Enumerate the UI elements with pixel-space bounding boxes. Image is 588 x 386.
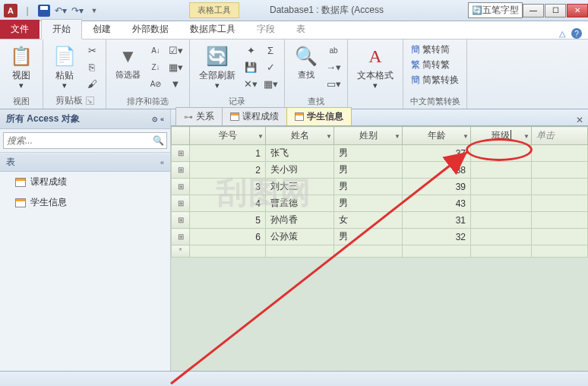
new-record-button[interactable]: ✦ — [243, 43, 258, 58]
doc-tab-student-info[interactable]: 学生信息 — [286, 107, 352, 125]
tab-home[interactable]: 开始 — [41, 19, 82, 40]
table-row[interactable]: ⊞ 1 张飞 男 37 — [172, 145, 588, 162]
cell-id[interactable]: 4 — [190, 195, 266, 212]
column-header-class[interactable]: 班级▼ — [471, 127, 532, 145]
simp-to-trad-button[interactable]: 繁简转繁 — [409, 58, 460, 72]
toggle-filter-button[interactable]: ▼ — [168, 76, 183, 91]
minimize-button[interactable]: — — [523, 4, 544, 17]
row-selector[interactable]: ⊞ — [172, 212, 190, 229]
cell-class[interactable] — [471, 212, 532, 229]
add-column-header[interactable]: 单击 — [532, 127, 588, 145]
selection-filter-button[interactable]: ☑▾ — [168, 43, 183, 58]
cell-sex[interactable]: 女 — [334, 212, 403, 229]
find-button[interactable]: 🔍 查找 — [291, 43, 321, 81]
column-header-id[interactable]: 学号▼ — [190, 127, 266, 145]
tab-table[interactable]: 表 — [286, 20, 316, 39]
goto-button[interactable]: →▾ — [326, 59, 341, 74]
cell-id[interactable]: 6 — [190, 229, 266, 245]
cell-sex[interactable]: 男 — [334, 162, 403, 179]
cell-sex[interactable]: 男 — [334, 195, 403, 212]
clear-sort-button[interactable]: A⊘ — [148, 76, 163, 91]
tab-create[interactable]: 创建 — [82, 20, 122, 39]
cell-class[interactable] — [471, 145, 532, 162]
column-dropdown-icon[interactable]: ▼ — [394, 132, 400, 139]
chinese-convert-button[interactable]: 簡简繁转换 — [409, 73, 460, 87]
table-row[interactable]: ⊞ 2 关小羽 男 38 — [172, 162, 588, 179]
refresh-all-button[interactable]: 🔄 全部刷新▾ — [196, 43, 239, 93]
nav-item-course-scores[interactable]: 课程成绩 — [0, 172, 170, 192]
sort-asc-button[interactable]: A↓ — [148, 43, 163, 58]
cell-extra[interactable] — [532, 229, 588, 245]
doc-tab-course-scores[interactable]: 课程成绩 — [222, 107, 287, 125]
cell-class[interactable] — [471, 229, 532, 245]
clipboard-dialog-launcher[interactable]: ↘ — [86, 96, 94, 105]
trad-to-simp-button[interactable]: 簡繁转简 — [409, 43, 460, 57]
cell-sex[interactable]: 男 — [334, 179, 403, 195]
cell-class[interactable] — [471, 162, 532, 179]
row-selector[interactable]: ⊞ — [172, 195, 190, 212]
cell-class[interactable] — [471, 179, 532, 195]
new-row-selector[interactable]: * — [172, 245, 190, 258]
ime-indicator[interactable]: 🔄五笔字型 — [468, 2, 523, 18]
spelling-button[interactable]: ✓ — [263, 59, 278, 74]
nav-header-dropdown-icon[interactable]: ⊙ « — [152, 115, 164, 123]
table-row[interactable]: ⊞ 3 刘大三 男 39 — [172, 179, 588, 195]
undo-button[interactable]: ↶▾ — [53, 3, 68, 18]
copy-button[interactable]: ⎘ — [84, 59, 100, 74]
tab-file[interactable]: 文件 — [0, 20, 40, 39]
cell-sex[interactable]: 男 — [334, 229, 403, 245]
datasheet-view[interactable]: 学号▼ 姓名▼ 姓别▼ 年龄▼ 班级▼ 单击 ⊞ 1 张飞 男 37 ⊞ 2 关… — [171, 126, 588, 371]
tab-external-data[interactable]: 外部数据 — [122, 20, 179, 39]
save-button[interactable] — [36, 3, 52, 18]
column-dropdown-icon[interactable]: ▼ — [258, 132, 264, 139]
column-dropdown-icon[interactable]: ▼ — [463, 132, 469, 139]
cell-age[interactable]: 37 — [403, 145, 471, 162]
qat-customize[interactable]: ▼ — [87, 3, 102, 18]
text-format-button[interactable]: A 文本格式▾ — [354, 43, 397, 93]
row-selector[interactable]: ⊞ — [172, 229, 190, 245]
doc-tab-relations[interactable]: ⊶ 关系 — [175, 107, 223, 125]
select-button[interactable]: ▭▾ — [326, 76, 341, 91]
cell-extra[interactable] — [532, 195, 588, 212]
select-all-cell[interactable] — [172, 127, 190, 145]
cell-name[interactable]: 孙尚香 — [266, 212, 334, 229]
replace-button[interactable]: ab — [326, 43, 341, 58]
column-header-age[interactable]: 年龄▼ — [403, 127, 471, 145]
view-button[interactable]: 📋 视图▾ — [6, 43, 36, 93]
cell-name[interactable]: 公孙策 — [266, 229, 334, 245]
save-record-button[interactable]: 💾 — [243, 59, 258, 74]
row-selector[interactable]: ⊞ — [172, 162, 190, 179]
redo-button[interactable]: ↷▾ — [70, 3, 85, 18]
cell-age[interactable]: 38 — [403, 162, 471, 179]
collapse-icon[interactable]: « — [160, 159, 164, 166]
column-header-sex[interactable]: 姓别▼ — [334, 127, 403, 145]
cell-extra[interactable] — [532, 212, 588, 229]
tab-database-tools[interactable]: 数据库工具 — [179, 20, 246, 39]
advanced-filter-button[interactable]: ▦▾ — [168, 59, 183, 74]
app-icon[interactable]: A — [3, 3, 18, 18]
cell-id[interactable]: 2 — [190, 162, 266, 179]
filter-button[interactable]: ▼ 筛选器 — [112, 43, 144, 81]
cell-age[interactable]: 43 — [403, 195, 471, 212]
format-painter-button[interactable]: 🖌 — [84, 76, 100, 91]
totals-button[interactable]: Σ — [263, 43, 278, 58]
column-dropdown-icon[interactable]: ▼ — [326, 132, 332, 139]
nav-header[interactable]: 所有 Access 对象 ⊙ « — [0, 109, 170, 129]
nav-group-tables[interactable]: 表 « — [0, 153, 170, 172]
cut-button[interactable]: ✂ — [84, 43, 100, 58]
cell-age[interactable]: 39 — [403, 179, 471, 195]
cell-name[interactable]: 关小羽 — [266, 162, 334, 179]
column-dropdown-icon[interactable]: ▼ — [523, 132, 530, 139]
sort-desc-button[interactable]: Z↓ — [148, 59, 163, 74]
row-selector[interactable]: ⊞ — [172, 179, 190, 195]
doc-tab-close-button[interactable]: ✕ — [571, 115, 588, 125]
column-header-name[interactable]: 姓名▼ — [266, 127, 334, 145]
table-row[interactable]: ⊞ 5 孙尚香 女 31 — [172, 212, 588, 229]
maximize-button[interactable]: ☐ — [545, 4, 566, 17]
cell-name[interactable]: 曹孟德 — [266, 195, 334, 212]
cell-id[interactable]: 3 — [190, 179, 266, 195]
cell-extra[interactable] — [532, 162, 588, 179]
cell-extra[interactable] — [532, 145, 588, 162]
table-row[interactable]: ⊞ 6 公孙策 男 32 — [172, 229, 588, 245]
nav-item-student-info[interactable]: 学生信息 — [0, 192, 170, 213]
